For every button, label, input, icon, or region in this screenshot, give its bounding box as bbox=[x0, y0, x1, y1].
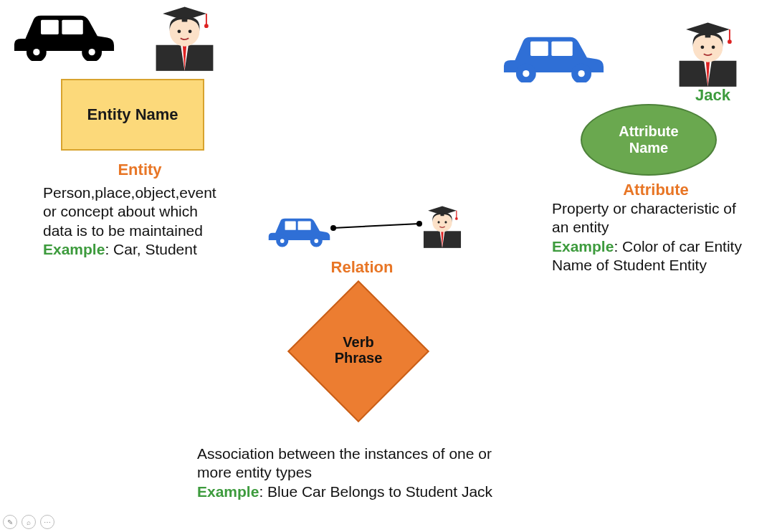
entity-desc-line1: Person,place,object,event bbox=[43, 184, 258, 202]
entity-example-text: : Car, Student bbox=[105, 241, 196, 257]
toolbar-edit-icon[interactable]: ✎ bbox=[3, 515, 17, 529]
svg-point-31 bbox=[314, 239, 318, 243]
attribute-description: Property or characteristic of an entity … bbox=[552, 199, 774, 275]
entity-description: Person,place,object,event or concept abo… bbox=[43, 184, 258, 259]
toolbar-zoom-icon[interactable]: ⌕ bbox=[22, 515, 36, 529]
relation-example-label: Example bbox=[197, 483, 259, 500]
svg-point-9 bbox=[189, 29, 192, 33]
svg-line-32 bbox=[333, 224, 419, 228]
attr-example-text-l1: : Color of car Entity bbox=[614, 238, 742, 255]
diamond-label: Verb Phrase bbox=[287, 334, 430, 366]
attr-example-text-l2: Name of Student Entity bbox=[552, 256, 774, 275]
attribute-ellipse-label: Attribute Name bbox=[619, 123, 678, 156]
attribute-title: Attribute bbox=[613, 181, 699, 199]
toolbar: ✎ ⌕ ⋯ bbox=[3, 515, 54, 529]
svg-point-41 bbox=[455, 217, 458, 220]
car-icon-blue-attribute bbox=[498, 22, 609, 82]
relation-title: Relation bbox=[319, 258, 405, 277]
student-icon-entity bbox=[151, 0, 219, 72]
svg-point-3 bbox=[33, 49, 39, 55]
svg-point-33 bbox=[330, 225, 336, 231]
svg-point-29 bbox=[280, 239, 285, 243]
svg-point-25 bbox=[728, 39, 732, 44]
svg-point-18 bbox=[578, 70, 585, 77]
entity-title: Entity bbox=[97, 161, 183, 179]
svg-point-5 bbox=[89, 49, 95, 55]
svg-rect-1 bbox=[62, 20, 82, 34]
entity-name-box: Entity Name bbox=[61, 79, 204, 151]
svg-rect-0 bbox=[41, 20, 59, 34]
relation-description: Association between the instances of one… bbox=[197, 445, 556, 501]
svg-point-38 bbox=[444, 221, 447, 223]
attr-ellipse-l1: Attribute bbox=[619, 123, 678, 140]
svg-point-16 bbox=[523, 70, 529, 77]
svg-point-12 bbox=[204, 24, 209, 28]
entity-example-label: Example bbox=[43, 241, 105, 257]
entity-box-label: Entity Name bbox=[87, 105, 178, 124]
svg-rect-10 bbox=[182, 18, 188, 22]
svg-rect-39 bbox=[441, 214, 444, 217]
svg-rect-27 bbox=[298, 221, 311, 229]
svg-point-37 bbox=[437, 221, 439, 223]
diamond-label-l2: Phrase bbox=[287, 350, 430, 366]
relation-example-text: : Blue Car Belongs to Student Jack bbox=[259, 483, 492, 500]
svg-rect-13 bbox=[530, 42, 548, 56]
car-icon-black bbox=[9, 0, 120, 61]
diamond-label-l1: Verb bbox=[287, 334, 430, 350]
jack-label: Jack bbox=[695, 86, 730, 105]
svg-rect-14 bbox=[551, 42, 572, 56]
relation-desc-l2: more entity types bbox=[197, 463, 556, 482]
student-icon-relation bbox=[420, 199, 464, 250]
student-icon-attribute bbox=[674, 13, 742, 88]
svg-rect-23 bbox=[705, 34, 711, 38]
entity-desc-line2: or concept about which bbox=[43, 202, 258, 221]
toolbar-more-icon[interactable]: ⋯ bbox=[40, 515, 54, 529]
attribute-name-ellipse: Attribute Name bbox=[581, 104, 717, 176]
svg-point-21 bbox=[701, 45, 705, 49]
relation-desc-l1: Association between the instances of one… bbox=[197, 445, 556, 463]
entity-desc-line3: data is to be maintained bbox=[43, 222, 258, 240]
attr-desc-l2: an entity bbox=[552, 218, 774, 237]
svg-rect-26 bbox=[285, 221, 296, 229]
relation-diamond: Verb Phrase bbox=[287, 294, 430, 409]
svg-point-8 bbox=[178, 29, 181, 33]
relation-connector-line bbox=[330, 215, 430, 237]
svg-point-22 bbox=[712, 45, 715, 49]
attr-example-label: Example bbox=[552, 238, 614, 255]
car-icon-blue-relation bbox=[265, 208, 333, 247]
attr-ellipse-l2: Name bbox=[619, 140, 678, 156]
attr-desc-l1: Property or characteristic of bbox=[552, 199, 774, 218]
